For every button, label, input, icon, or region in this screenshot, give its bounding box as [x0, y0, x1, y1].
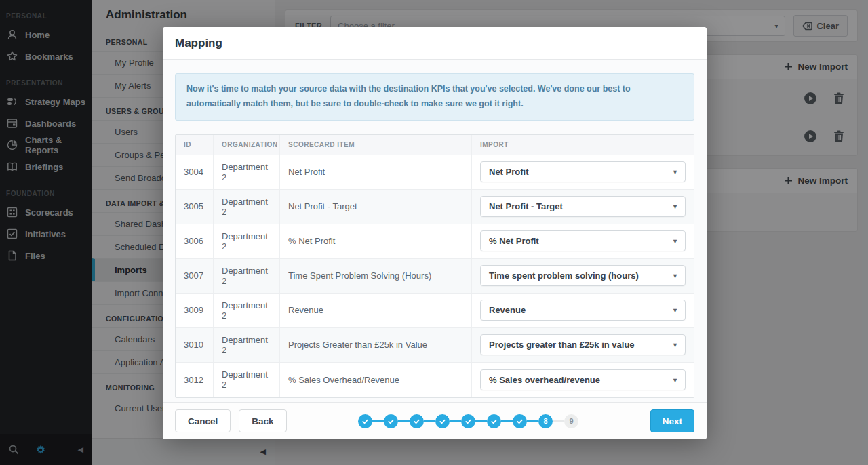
- selected-import-value: Time spent problem solving (hours): [489, 270, 639, 281]
- cell-scorecard-item: Projects Greater than £25k in Value: [280, 328, 472, 362]
- cell-organization: Department 2: [214, 259, 280, 293]
- column-header-scorecard-item: SCORECARD ITEM: [280, 135, 472, 155]
- cell-organization: Department 2: [214, 190, 280, 224]
- wizard-stepper: 8 9: [295, 414, 642, 428]
- selected-import-value: Projects greater than £25k in value: [489, 340, 635, 350]
- step-complete[interactable]: [435, 414, 450, 428]
- cell-scorecard-item: Net Profit: [280, 155, 472, 189]
- mapping-modal: Mapping Now it's time to match your sour…: [163, 27, 707, 439]
- import-mapping-select[interactable]: Revenue▾: [480, 300, 686, 321]
- step-complete[interactable]: [358, 414, 372, 428]
- cell-id: 3006: [176, 224, 214, 258]
- step-upcoming[interactable]: 9: [564, 414, 578, 428]
- table-row: 3012 Department 2 % Sales Overhead/Reven…: [176, 363, 694, 397]
- chevron-down-icon: ▾: [673, 341, 677, 348]
- import-mapping-select[interactable]: Net Profit - Target▾: [480, 196, 686, 217]
- import-mapping-select[interactable]: Net Profit▾: [480, 161, 686, 182]
- import-mapping-select[interactable]: % Sales overhead/revenue▾: [480, 369, 686, 390]
- chevron-down-icon: ▾: [673, 272, 677, 279]
- step-connector: [527, 420, 538, 422]
- table-row: 3005 Department 2 Net Profit - Target Ne…: [176, 190, 694, 224]
- step-connector: [475, 420, 487, 422]
- step-complete[interactable]: [461, 414, 475, 428]
- step-connector: [372, 420, 384, 422]
- cell-id: 3004: [176, 155, 214, 189]
- info-message: Now it's time to match your source data …: [175, 73, 694, 121]
- modal-header: Mapping: [163, 27, 707, 60]
- step-complete[interactable]: [487, 414, 501, 428]
- step-connector: [553, 420, 564, 422]
- selected-import-value: % Net Profit: [489, 236, 539, 246]
- table-row: 3010 Department 2 Projects Greater than …: [176, 328, 694, 363]
- import-mapping-select[interactable]: % Net Profit▾: [480, 230, 686, 251]
- import-mapping-select[interactable]: Projects greater than £25k in value▾: [480, 334, 686, 355]
- cell-id: 3005: [176, 190, 214, 224]
- cell-organization: Department 2: [214, 155, 280, 189]
- cell-organization: Department 2: [214, 363, 280, 397]
- selected-import-value: % Sales overhead/revenue: [489, 375, 600, 385]
- table-header-row: ID ORGANIZATION SCORECARD ITEM IMPORT: [176, 135, 694, 155]
- chevron-down-icon: ▾: [673, 376, 677, 384]
- cancel-button[interactable]: Cancel: [175, 409, 231, 432]
- step-complete[interactable]: [410, 414, 424, 428]
- step-complete[interactable]: [384, 414, 398, 428]
- step-connector: [424, 420, 435, 422]
- cell-scorecard-item: % Net Profit: [280, 224, 472, 258]
- step-complete[interactable]: [513, 414, 527, 428]
- step-current[interactable]: 8: [538, 414, 553, 428]
- next-button[interactable]: Next: [650, 409, 694, 432]
- column-header-id: ID: [176, 135, 214, 155]
- cell-id: 3009: [176, 294, 214, 327]
- cell-scorecard-item: Net Profit - Target: [280, 190, 472, 224]
- cell-organization: Department 2: [214, 294, 280, 327]
- table-row: 3004 Department 2 Net Profit Net Profit▾: [176, 155, 694, 190]
- back-button[interactable]: Back: [239, 409, 286, 432]
- cell-id: 3012: [176, 363, 214, 397]
- step-connector: [450, 420, 461, 422]
- cell-scorecard-item: Time Spent Problem Solving (Hours): [280, 259, 472, 293]
- table-row: 3009 Department 2 Revenue Revenue▾: [176, 294, 694, 328]
- column-header-organization: ORGANIZATION: [214, 135, 280, 155]
- modal-title: Mapping: [175, 37, 222, 50]
- modal-body: Now it's time to match your source data …: [163, 60, 707, 402]
- cell-id: 3007: [176, 259, 214, 293]
- cell-scorecard-item: % Sales Overhead/Revenue: [280, 363, 472, 397]
- chevron-down-icon: ▾: [673, 237, 677, 245]
- cell-organization: Department 2: [214, 224, 280, 258]
- chevron-down-icon: ▾: [673, 203, 677, 210]
- table-row: 3006 Department 2 % Net Profit % Net Pro…: [176, 224, 694, 259]
- import-mapping-select[interactable]: Time spent problem solving (hours)▾: [480, 265, 686, 286]
- chevron-down-icon: ▾: [673, 306, 677, 314]
- selected-import-value: Net Profit: [489, 167, 529, 177]
- modal-footer: Cancel Back 8 9 Next: [163, 402, 707, 439]
- step-connector: [398, 420, 410, 422]
- selected-import-value: Net Profit - Target: [489, 201, 563, 211]
- cell-id: 3010: [176, 328, 214, 362]
- step-connector: [501, 420, 513, 422]
- table-row: 3007 Department 2 Time Spent Problem Sol…: [176, 259, 694, 294]
- selected-import-value: Revenue: [489, 305, 526, 315]
- chevron-down-icon: ▾: [673, 168, 677, 176]
- column-header-import: IMPORT: [472, 135, 694, 155]
- cell-scorecard-item: Revenue: [280, 294, 472, 327]
- cell-organization: Department 2: [214, 328, 280, 362]
- mapping-table: ID ORGANIZATION SCORECARD ITEM IMPORT 30…: [175, 134, 694, 398]
